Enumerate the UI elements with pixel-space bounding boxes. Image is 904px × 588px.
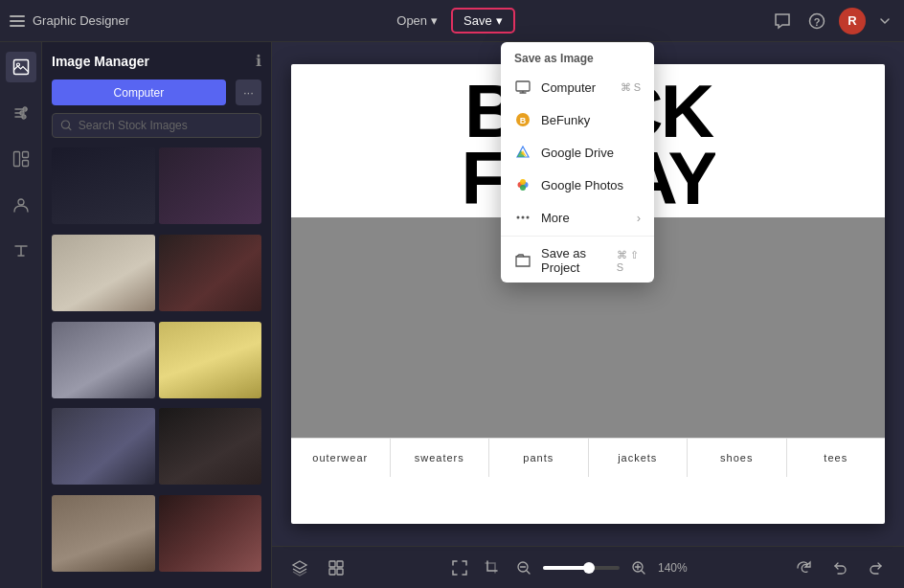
- dropdown-divider: [501, 236, 654, 237]
- sidebar-icon-images[interactable]: [6, 52, 36, 82]
- save-computer-shortcut: ⌘ S: [621, 81, 641, 94]
- open-button[interactable]: Open ▾: [389, 10, 445, 32]
- list-item[interactable]: [52, 408, 155, 485]
- topbar-center: Open ▾ Save ▾: [389, 8, 514, 34]
- list-item[interactable]: [159, 495, 262, 572]
- zoom-out-button[interactable]: [512, 556, 535, 579]
- svg-rect-25: [329, 561, 335, 567]
- list-item[interactable]: [52, 322, 155, 398]
- svg-rect-22: [22, 161, 28, 167]
- photo-1: [291, 217, 390, 438]
- svg-rect-27: [329, 569, 335, 575]
- svg-rect-26: [337, 561, 343, 567]
- sidebar-icon-layout[interactable]: [6, 144, 36, 174]
- panel-header: Image Manager ℹ: [52, 52, 261, 70]
- search-icon: [60, 119, 73, 132]
- chat-icon-button[interactable]: [770, 9, 795, 34]
- save-computer-label: Computer: [541, 80, 596, 95]
- list-item[interactable]: [159, 235, 262, 311]
- befunky-icon: B: [514, 111, 531, 128]
- bottom-center-tools: 140%: [447, 555, 692, 580]
- redo-button[interactable]: [864, 555, 889, 580]
- layers-button[interactable]: [287, 555, 312, 580]
- save-project-label: Save as Project: [541, 246, 607, 275]
- refresh-button[interactable]: [791, 555, 816, 580]
- category-bar: outerwear sweaters pants jackets shoes t…: [291, 438, 885, 477]
- search-input[interactable]: [79, 119, 253, 132]
- fit-view-button[interactable]: [447, 555, 472, 580]
- app-title: Graphic Designer: [33, 13, 129, 28]
- topbar-chevron[interactable]: [875, 11, 894, 31]
- svg-point-11: [520, 185, 526, 191]
- list-item[interactable]: [159, 147, 262, 224]
- topbar: Graphic Designer Open ▾ Save ▾ ? R: [0, 0, 904, 42]
- panel-title: Image Manager: [52, 54, 149, 69]
- grid-button[interactable]: [324, 555, 349, 580]
- list-item[interactable]: [52, 147, 155, 224]
- image-manager-panel: Image Manager ℹ Computer ···: [42, 42, 272, 588]
- more-label: More: [541, 211, 570, 225]
- sidebar-icon-adjust[interactable]: [6, 98, 36, 128]
- save-computer-item[interactable]: Computer ⌘ S: [501, 71, 654, 103]
- computer-source-button[interactable]: Computer: [52, 79, 226, 105]
- avatar[interactable]: R: [839, 8, 866, 34]
- photo-5: [687, 217, 785, 438]
- more-icon: [514, 209, 531, 226]
- photo-2: [390, 217, 488, 438]
- more-options-button[interactable]: ···: [236, 79, 261, 105]
- category-sweaters[interactable]: sweaters: [391, 439, 490, 477]
- more-item[interactable]: More ›: [501, 201, 654, 234]
- left-sidebar-icons: [0, 42, 42, 588]
- svg-point-16: [16, 63, 19, 66]
- category-tees[interactable]: tees: [787, 439, 886, 477]
- save-project-shortcut: ⌘ ⇧ S: [617, 249, 641, 273]
- google-drive-icon: [514, 144, 531, 161]
- save-button[interactable]: Save ▾: [454, 11, 512, 31]
- save-googledrive-label: Google Drive: [541, 146, 614, 160]
- category-shoes[interactable]: shoes: [688, 439, 787, 477]
- image-grid: [52, 147, 261, 578]
- search-box: [52, 113, 261, 138]
- monitor-icon: [514, 79, 531, 96]
- save-befunky-label: BeFunky: [541, 113, 590, 127]
- zoom-in-button[interactable]: [627, 556, 650, 579]
- save-project-item[interactable]: Save as Project ⌘ ⇧ S: [501, 238, 654, 283]
- bottom-toolbar: 140%: [272, 546, 904, 588]
- svg-point-23: [18, 199, 24, 205]
- svg-point-12: [517, 216, 520, 219]
- list-item[interactable]: [52, 495, 155, 572]
- list-item[interactable]: [159, 322, 262, 398]
- source-row: Computer ···: [52, 79, 261, 105]
- zoom-percent: 140%: [658, 561, 692, 575]
- list-item[interactable]: [159, 408, 262, 485]
- svg-text:B: B: [520, 116, 527, 125]
- topbar-left: Graphic Designer: [10, 13, 389, 28]
- main-layout: Image Manager ℹ Computer ···: [0, 42, 904, 588]
- zoom-slider[interactable]: [543, 566, 620, 570]
- category-pants[interactable]: pants: [489, 439, 589, 477]
- save-googlephotos-label: Google Photos: [541, 178, 623, 192]
- panel-info-icon[interactable]: ℹ: [256, 52, 261, 70]
- svg-text:?: ?: [814, 15, 821, 27]
- category-outerwear[interactable]: outerwear: [291, 439, 391, 477]
- save-googledrive-item[interactable]: Google Drive: [501, 136, 654, 169]
- save-dropdown-menu: Save as Image Computer ⌘ S B BeFunky: [501, 42, 654, 283]
- google-photos-icon: [514, 176, 531, 193]
- topbar-right: ? R: [515, 8, 894, 34]
- help-icon-button[interactable]: ?: [804, 9, 829, 34]
- bottom-right-tools: [791, 555, 889, 580]
- undo-button[interactable]: [827, 555, 852, 580]
- menu-icon[interactable]: [10, 15, 25, 27]
- save-googlephotos-item[interactable]: Google Photos: [501, 169, 654, 201]
- category-jackets[interactable]: jackets: [589, 439, 689, 477]
- svg-rect-21: [22, 152, 28, 158]
- svg-point-13: [522, 216, 525, 219]
- list-item[interactable]: [52, 235, 155, 311]
- project-icon: [514, 252, 531, 269]
- svg-rect-0: [10, 15, 25, 17]
- svg-rect-2: [10, 25, 25, 27]
- save-befunky-item[interactable]: B BeFunky: [501, 103, 654, 136]
- crop-button[interactable]: [480, 555, 505, 580]
- sidebar-icon-people[interactable]: [6, 190, 36, 220]
- sidebar-icon-text[interactable]: [6, 236, 36, 266]
